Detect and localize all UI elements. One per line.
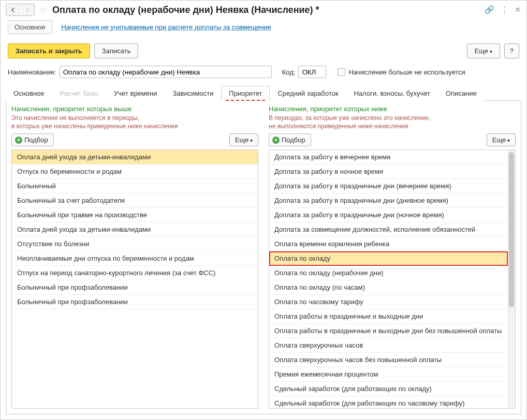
list-item[interactable]: Больничный при травме на производстве bbox=[12, 208, 258, 222]
list-item[interactable]: Оплата сверхурочных часов без повышенной… bbox=[269, 353, 508, 367]
tab-2[interactable]: Учет времени bbox=[106, 86, 165, 101]
more-button[interactable]: Еще bbox=[467, 43, 500, 58]
right-select-button[interactable]: + Подбор bbox=[269, 133, 311, 146]
pane-right-toolbar: + Подбор Еще bbox=[269, 133, 516, 146]
scrollbar-track[interactable] bbox=[508, 150, 515, 408]
kebab-menu-icon[interactable]: ⋮ bbox=[501, 5, 508, 14]
right-listbox[interactable]: Доплата за работу в вечернее времяДоплат… bbox=[269, 149, 516, 409]
title-actions: 🔗 ⋮ ✕ bbox=[485, 5, 521, 14]
left-listbox[interactable]: Оплата дней ухода за детьми-инвалидамиОт… bbox=[11, 149, 258, 409]
name-input[interactable] bbox=[60, 66, 272, 78]
list-item[interactable]: Больничный при профзаболевании bbox=[12, 295, 258, 309]
name-label: Наименование: bbox=[8, 68, 56, 76]
back-button[interactable] bbox=[6, 4, 20, 16]
list-item[interactable]: Оплата по окладу bbox=[269, 251, 508, 266]
favorite-star-icon[interactable]: ☆ bbox=[38, 4, 49, 16]
list-item[interactable]: Отпуск на период санаторно-курортного ле… bbox=[12, 266, 258, 280]
scrollbar-thumb[interactable] bbox=[509, 152, 514, 307]
list-item[interactable]: Отсутствие по болезни bbox=[12, 237, 258, 251]
list-item[interactable]: Оплата работы в праздничные и выходные д… bbox=[269, 324, 508, 338]
section-extra-link[interactable]: Начисления не учитываемые при расчете до… bbox=[62, 23, 272, 31]
pane-right-title: Начисления, приоритет которых ниже bbox=[269, 105, 516, 113]
left-select-label: Подбор bbox=[24, 136, 48, 144]
pane-right-subtitle: В периодах, за которые уже начислено это… bbox=[269, 114, 516, 130]
list-item[interactable]: Доплата за работу в праздничные дни (веч… bbox=[269, 179, 508, 193]
list-item[interactable]: Оплата по часовому тарифу bbox=[269, 295, 508, 309]
forward-button[interactable] bbox=[21, 4, 34, 16]
list-item[interactable]: Неоплачиваемые дни отпуска по беременнос… bbox=[12, 251, 258, 266]
section-links: Основное Начисления не учитываемые при р… bbox=[1, 18, 526, 40]
list-item[interactable]: Оплата дней ухода за детьми-инвалидами bbox=[12, 150, 258, 164]
tab-6[interactable]: Налоги, взносы, бухучет bbox=[346, 86, 438, 101]
form-row: Наименование: Код: Начисление больше не … bbox=[1, 64, 526, 83]
right-select-label: Подбор bbox=[282, 136, 305, 144]
list-item[interactable]: Больничный при профзаболевании bbox=[12, 280, 258, 295]
list-item[interactable]: Сдельный заработок (для работающих по ча… bbox=[269, 396, 508, 409]
left-select-button[interactable]: + Подбор bbox=[11, 133, 54, 146]
toolbar: Записать и закрыть Записать Еще ? bbox=[1, 40, 526, 64]
pane-higher-priority: Начисления, приоритет которых выше Это н… bbox=[6, 101, 264, 414]
pane-left-title: Начисления, приоритет которых выше bbox=[11, 105, 258, 113]
code-label: Код: bbox=[282, 68, 296, 76]
arrow-left-icon bbox=[10, 7, 16, 13]
not-used-label: Начисление больше не используется bbox=[348, 68, 465, 76]
right-more-button[interactable]: Еще bbox=[487, 133, 516, 146]
tab-3[interactable]: Зависимости bbox=[165, 86, 221, 101]
pane-left-toolbar: + Подбор Еще bbox=[11, 133, 258, 146]
tabs: ОсновноеРасчет базыУчет времениЗависимос… bbox=[6, 85, 521, 101]
not-used-checkbox[interactable] bbox=[338, 68, 345, 76]
list-item[interactable]: Оплата дней ухода за детьми-инвалидами bbox=[12, 222, 258, 237]
left-more-button[interactable]: Еще bbox=[229, 133, 258, 146]
save-close-button[interactable]: Записать и закрыть bbox=[8, 43, 90, 58]
close-icon[interactable]: ✕ bbox=[515, 5, 521, 14]
tab-0[interactable]: Основное bbox=[6, 86, 52, 101]
nav-buttons bbox=[6, 4, 35, 16]
list-item[interactable]: Доплата за работу в праздничные дни (ноч… bbox=[269, 208, 508, 222]
list-item[interactable]: Доплата за работу в вечернее время bbox=[269, 150, 508, 164]
pane-lower-priority: Начисления, приоритет которых ниже В пер… bbox=[264, 101, 521, 414]
list-item[interactable]: Оплата работы в праздничные и выходные д… bbox=[269, 309, 508, 324]
list-item[interactable]: Премия ежемесячная процентом bbox=[269, 367, 508, 382]
tab-4[interactable]: Приоритет bbox=[221, 86, 270, 101]
link-icon[interactable]: 🔗 bbox=[485, 5, 494, 14]
tab-priority-content: Начисления, приоритет которых выше Это н… bbox=[6, 101, 521, 414]
list-item[interactable]: Доплата за совмещение должностей, исполн… bbox=[269, 222, 508, 237]
list-item[interactable]: Оплата по окладу (нерабочие дни) bbox=[269, 266, 508, 280]
list-item[interactable]: Оплата времени кормления ребенка bbox=[269, 237, 508, 251]
list-item[interactable]: Оплата по окладу (по часам) bbox=[269, 280, 508, 295]
help-button[interactable]: ? bbox=[504, 43, 519, 58]
page-title: Оплата по окладу (нерабочие дни) Неявка … bbox=[52, 5, 481, 16]
pane-left-subtitle: Это начисление не выполняется в периоды,… bbox=[11, 114, 258, 130]
code-input[interactable] bbox=[298, 66, 326, 78]
window: ☆ Оплата по окладу (нерабочие дни) Неявк… bbox=[0, 0, 527, 420]
list-item[interactable]: Доплата за работу в праздничные дни (дне… bbox=[269, 193, 508, 208]
plus-icon: + bbox=[15, 137, 22, 144]
arrow-right-icon bbox=[24, 7, 31, 13]
plus-icon: + bbox=[272, 137, 280, 144]
tab-7[interactable]: Описание bbox=[438, 86, 485, 101]
list-item[interactable]: Оплата сверхурочных часов bbox=[269, 338, 508, 353]
section-main[interactable]: Основное bbox=[8, 20, 52, 34]
list-item[interactable]: Больничный за счет работодателя bbox=[12, 193, 258, 208]
list-item[interactable]: Отпуск по беременности и родам bbox=[12, 164, 258, 179]
titlebar: ☆ Оплата по окладу (нерабочие дни) Неявк… bbox=[1, 1, 526, 18]
tab-1: Расчет базы bbox=[52, 86, 107, 101]
list-item[interactable]: Сдельный заработок (для работающих по ок… bbox=[269, 382, 508, 396]
list-item[interactable]: Доплата за работу в ночное время bbox=[269, 164, 508, 179]
list-item[interactable]: Больничный bbox=[12, 179, 258, 193]
save-button[interactable]: Записать bbox=[94, 43, 139, 58]
tab-5[interactable]: Средний заработок bbox=[270, 86, 346, 101]
